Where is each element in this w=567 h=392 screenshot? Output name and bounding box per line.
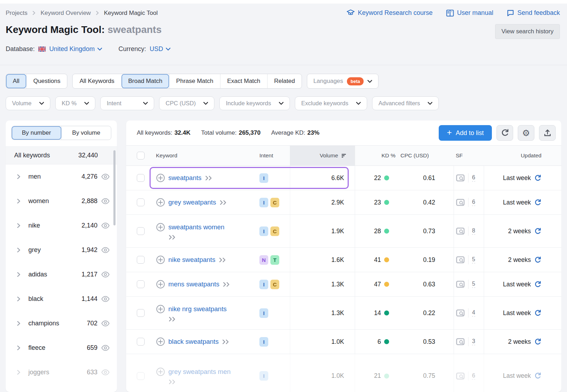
serp-features-icon[interactable] (456, 228, 465, 235)
add-keyword-icon[interactable] (156, 255, 165, 264)
eye-icon[interactable] (101, 247, 110, 253)
keyword-link[interactable]: black sweatpants (168, 338, 219, 346)
column-header-volume[interactable]: Volume (290, 146, 355, 166)
add-keyword-icon[interactable] (156, 367, 165, 376)
refresh-metrics-icon[interactable] (534, 338, 541, 346)
add-keyword-icon[interactable] (156, 223, 165, 232)
filter-include-keywords[interactable]: Include keywords (219, 96, 290, 110)
serp-features-icon[interactable] (456, 174, 465, 181)
expand-keyword-icon[interactable] (168, 379, 176, 385)
add-keyword-icon[interactable] (156, 198, 165, 207)
keyword-research-course-link[interactable]: Keyword Research course (347, 9, 433, 17)
tab-broad-match[interactable]: Broad Match (121, 74, 169, 88)
add-to-list-button[interactable]: +Add to list (439, 125, 492, 141)
refresh-metrics-icon[interactable] (534, 174, 541, 182)
sort-by-number-tab[interactable]: By number (12, 126, 61, 140)
add-keyword-icon[interactable] (156, 280, 165, 289)
keyword-group-fleece[interactable]: fleece659 (6, 336, 117, 360)
row-checkbox[interactable] (137, 309, 145, 317)
export-button[interactable] (539, 125, 556, 141)
sf-count[interactable]: 3 (472, 338, 475, 345)
keyword-link[interactable]: nike nrg sweatpants (168, 305, 227, 313)
add-keyword-icon[interactable] (156, 304, 165, 314)
eye-icon[interactable] (101, 198, 110, 204)
eye-icon[interactable] (101, 174, 110, 180)
serp-features-icon[interactable] (456, 256, 465, 263)
refresh-metrics-icon[interactable] (534, 281, 541, 288)
row-checkbox[interactable] (137, 280, 145, 288)
keyword-group-nike[interactable]: nike2,140 (6, 213, 117, 238)
expand-keyword-icon[interactable] (205, 175, 213, 181)
breadcrumb-item-projects[interactable]: Projects (6, 10, 27, 17)
sf-count[interactable]: 4 (472, 309, 475, 317)
column-header-intent[interactable]: Intent (258, 146, 290, 166)
keyword-link[interactable]: mens sweatpants (168, 280, 219, 288)
refresh-metrics-icon[interactable] (534, 199, 541, 206)
refresh-metrics-icon[interactable] (534, 309, 541, 317)
expand-keyword-icon[interactable] (168, 235, 176, 240)
row-checkbox[interactable] (137, 227, 145, 235)
keyword-link[interactable]: grey sweatpants men (168, 368, 231, 376)
eye-icon[interactable] (101, 345, 110, 351)
filter-volume[interactable]: Volume (6, 96, 50, 110)
sort-by-volume-tab[interactable]: By volume (61, 126, 111, 140)
expand-keyword-icon[interactable] (219, 257, 227, 263)
row-checkbox[interactable] (137, 256, 145, 264)
keyword-group-adidas[interactable]: adidas1,217 (6, 262, 117, 287)
keyword-link[interactable]: sweatpants women (168, 223, 224, 231)
view-search-history-button[interactable]: View search history (495, 24, 560, 39)
expand-keyword-icon[interactable] (219, 200, 228, 205)
sf-count[interactable]: 6 (472, 174, 475, 181)
select-all-checkbox[interactable] (137, 152, 145, 159)
column-header-keyword[interactable]: Keyword (152, 146, 258, 166)
eye-icon[interactable] (101, 369, 110, 375)
refresh-metrics-icon[interactable] (534, 228, 541, 235)
row-checkbox[interactable] (137, 198, 145, 206)
expand-keyword-icon[interactable] (222, 339, 230, 345)
keyword-group-grey[interactable]: grey1,942 (6, 238, 117, 262)
languages-dropdown[interactable]: Languages beta (307, 74, 378, 89)
column-header-cpc[interactable]: CPC (USD) (400, 146, 454, 166)
tab-phrase-match[interactable]: Phrase Match (169, 74, 220, 88)
serp-features-icon[interactable] (456, 199, 465, 206)
breadcrumb-item-keyword-overview[interactable]: Keyword Overview (40, 10, 91, 17)
refresh-metrics-icon[interactable] (534, 372, 541, 380)
tab-all-keywords[interactable]: All Keywords (73, 74, 121, 88)
add-keyword-icon[interactable] (156, 173, 165, 183)
eye-icon[interactable] (101, 271, 110, 278)
serp-features-icon[interactable] (456, 338, 465, 345)
tab-related[interactable]: Related (267, 74, 302, 88)
keyword-group-champions[interactable]: champions702 (6, 311, 117, 336)
user-manual-link[interactable]: User manual (446, 9, 493, 17)
eye-icon[interactable] (101, 223, 110, 229)
keyword-group-women[interactable]: women2,888 (6, 189, 117, 213)
tab-questions[interactable]: Questions (26, 74, 67, 88)
expand-keyword-icon[interactable] (223, 282, 231, 287)
currency-select[interactable]: USD (150, 45, 170, 53)
filter-cpc-usd[interactable]: CPC (USD) (159, 96, 214, 110)
database-select[interactable]: United Kingdom (49, 45, 102, 53)
row-checkbox[interactable] (137, 372, 145, 380)
filter-advanced-filters[interactable]: Advanced filters (372, 96, 439, 110)
expand-keyword-icon[interactable] (168, 317, 176, 322)
sf-count[interactable]: 5 (472, 256, 475, 263)
serp-features-icon[interactable] (456, 281, 465, 288)
column-header-sf[interactable]: SF (454, 146, 484, 166)
eye-icon[interactable] (101, 320, 110, 326)
sf-count[interactable]: 6 (472, 373, 475, 380)
row-checkbox[interactable] (137, 174, 145, 182)
column-header-updated[interactable]: Updated (484, 146, 541, 166)
keyword-link[interactable]: sweatpants (168, 174, 202, 182)
sf-count[interactable]: 8 (472, 228, 475, 235)
filter-intent[interactable]: Intent (100, 96, 154, 110)
tab-exact-match[interactable]: Exact Match (220, 74, 267, 88)
keyword-group-joggers[interactable]: joggers633 (6, 360, 117, 385)
filter-kd[interactable]: KD % (55, 96, 95, 110)
keyword-link[interactable]: grey sweatpants (168, 198, 216, 206)
eye-icon[interactable] (101, 296, 110, 302)
keyword-group-men[interactable]: men4,276 (6, 164, 117, 189)
refresh-button[interactable] (496, 125, 513, 141)
column-header-kd[interactable]: KD % (355, 146, 400, 166)
sf-count[interactable]: 5 (472, 281, 475, 288)
serp-features-icon[interactable] (456, 309, 465, 317)
